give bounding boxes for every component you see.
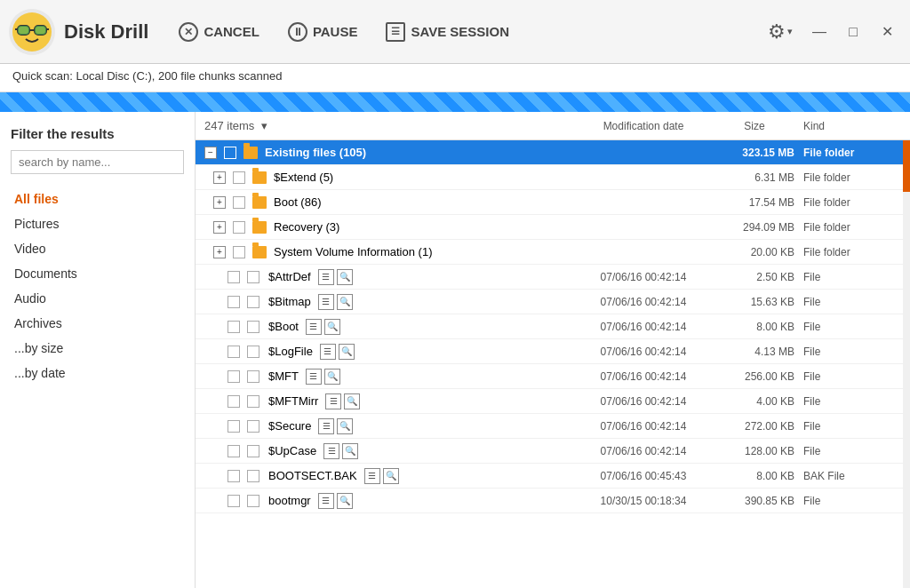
table-row[interactable]: $Bitmap ☰ 🔍 07/06/16 00:42:14 15.63 KB F… [196, 290, 910, 314]
expand-button[interactable]: + [213, 171, 226, 184]
row-kind: File [803, 445, 901, 457]
preview-icon[interactable]: ☰ [320, 344, 336, 360]
table-row[interactable]: $MFT ☰ 🔍 07/06/16 00:42:14 256.00 KB Fil… [196, 364, 910, 389]
sidebar-item-by-date[interactable]: ...by date [11, 361, 184, 385]
search-icon[interactable]: 🔍 [342, 443, 358, 459]
row-checkbox2[interactable] [247, 346, 259, 358]
sidebar-item-pictures[interactable]: Pictures [11, 211, 184, 236]
search-icon[interactable]: 🔍 [344, 393, 360, 409]
action-icons: ☰ 🔍 [318, 294, 353, 310]
row-checkbox2[interactable] [247, 395, 259, 408]
table-row[interactable]: BOOTSECT.BAK ☰ 🔍 07/06/16 00:45:43 8.00 … [196, 464, 910, 489]
search-icon[interactable]: 🔍 [383, 468, 399, 484]
search-icon[interactable]: 🔍 [337, 269, 353, 285]
table-row[interactable]: $Boot ☰ 🔍 07/06/16 00:42:14 8.00 KB File [196, 314, 910, 339]
search-icon[interactable]: 🔍 [324, 369, 340, 385]
row-checkbox2[interactable] [247, 370, 259, 383]
row-checkbox2[interactable] [247, 470, 259, 482]
preview-icon[interactable]: ☰ [364, 468, 380, 484]
save-session-button[interactable]: ☰ SAVE SESSION [373, 17, 522, 47]
restore-button[interactable]: □ [839, 20, 867, 44]
table-row[interactable]: + Recovery (3) 294.09 MB File folder [196, 215, 910, 240]
search-icon[interactable]: 🔍 [337, 418, 353, 434]
cancel-button[interactable]: ✕ CANCEL [166, 17, 272, 47]
table-row[interactable]: $UpCase ☰ 🔍 07/06/16 00:42:14 128.00 KB … [196, 439, 910, 464]
row-checkbox[interactable] [233, 171, 245, 184]
scrollbar-thumb[interactable] [903, 139, 910, 192]
table-row[interactable]: bootmgr ☰ 🔍 10/30/15 00:18:34 390.85 KB … [196, 489, 910, 513]
row-checkbox[interactable] [224, 147, 236, 159]
preview-icon[interactable]: ☰ [306, 319, 322, 335]
row-size: 20.00 KB [714, 246, 803, 258]
table-row[interactable]: − Existing files (105) 323.15 MB File fo… [196, 140, 910, 165]
scrollbar[interactable] [903, 112, 910, 588]
header-size: Size [714, 120, 803, 132]
sidebar-item-by-size[interactable]: ...by size [11, 336, 184, 361]
action-icons: ☰ 🔍 [306, 319, 340, 335]
row-name-col: BOOTSECT.BAK ☰ 🔍 [228, 468, 572, 484]
row-checkbox[interactable] [228, 420, 240, 433]
row-checkbox[interactable] [233, 221, 245, 234]
row-checkbox[interactable] [228, 395, 240, 408]
table-row[interactable]: + System Volume Information (1) 20.00 KB… [196, 240, 910, 265]
sidebar-item-audio[interactable]: Audio [11, 286, 184, 311]
preview-icon[interactable]: ☰ [318, 493, 334, 509]
preview-icon[interactable]: ☰ [318, 269, 334, 285]
search-input[interactable] [11, 150, 184, 174]
sidebar-item-archives[interactable]: Archives [11, 311, 184, 336]
expand-button[interactable]: + [213, 196, 226, 209]
table-row[interactable]: $Secure ☰ 🔍 07/06/16 00:42:14 272.00 KB … [196, 414, 910, 439]
row-checkbox2[interactable] [247, 271, 259, 283]
search-icon[interactable]: 🔍 [324, 319, 340, 335]
search-icon[interactable]: 🔍 [337, 294, 353, 310]
sidebar-item-video[interactable]: Video [11, 236, 184, 261]
folder-icon [252, 171, 267, 184]
expand-button[interactable]: − [204, 147, 217, 159]
row-checkbox2[interactable] [247, 296, 259, 308]
row-checkbox2[interactable] [247, 321, 259, 333]
row-checkbox2[interactable] [247, 495, 259, 507]
row-checkbox[interactable] [228, 271, 240, 283]
table-row[interactable]: + $Extend (5) 6.31 MB File folder [196, 165, 910, 190]
row-checkbox[interactable] [228, 445, 240, 457]
search-icon[interactable]: 🔍 [339, 344, 355, 360]
row-name-col: − Existing files (105) [204, 146, 572, 159]
row-filename: $Boot [268, 320, 299, 333]
row-kind: File [803, 271, 901, 283]
row-checkbox[interactable] [228, 296, 240, 308]
row-checkbox[interactable] [228, 495, 240, 507]
row-checkbox2[interactable] [247, 445, 259, 457]
close-button[interactable]: ✕ [873, 20, 901, 44]
row-checkbox[interactable] [228, 370, 240, 383]
preview-icon[interactable]: ☰ [325, 393, 341, 409]
expand-button[interactable]: + [213, 246, 226, 258]
table-row[interactable]: + Boot (86) 17.54 MB File folder [196, 190, 910, 215]
row-kind: File [803, 346, 901, 358]
preview-icon[interactable]: ☰ [323, 443, 339, 459]
minimize-button[interactable]: — [805, 20, 834, 44]
preview-icon[interactable]: ☰ [306, 369, 322, 385]
row-checkbox2[interactable] [247, 420, 259, 433]
preview-icon[interactable]: ☰ [318, 418, 334, 434]
file-area: 247 items ▾ Modification date Size Kind … [196, 112, 910, 588]
row-checkbox[interactable] [228, 346, 240, 358]
row-filename: $Extend (5) [274, 171, 333, 184]
settings-button[interactable]: ⚙ ▾ [761, 17, 800, 47]
row-checkbox[interactable] [228, 470, 240, 482]
status-text: Quick scan: Local Disc (C:), 200 file ch… [12, 69, 282, 83]
preview-icon[interactable]: ☰ [318, 294, 334, 310]
sidebar-item-all-files[interactable]: All files [11, 187, 184, 211]
row-name-col: + Recovery (3) [213, 220, 572, 234]
row-filename: System Volume Information (1) [274, 245, 432, 258]
search-icon[interactable]: 🔍 [337, 493, 353, 509]
table-row[interactable]: $LogFile ☰ 🔍 07/06/16 00:42:14 4.13 MB F… [196, 339, 910, 364]
pause-button[interactable]: ⏸ PAUSE [275, 17, 371, 47]
sidebar-item-documents[interactable]: Documents [11, 261, 184, 286]
expand-button[interactable]: + [213, 221, 226, 234]
table-row[interactable]: $AttrDef ☰ 🔍 07/06/16 00:42:14 2.50 KB F… [196, 265, 910, 290]
row-checkbox[interactable] [233, 196, 245, 209]
row-checkbox[interactable] [233, 246, 245, 258]
row-name-col: $UpCase ☰ 🔍 [228, 443, 572, 459]
row-checkbox[interactable] [228, 321, 240, 333]
table-row[interactable]: $MFTMirr ☰ 🔍 07/06/16 00:42:14 4.00 KB F… [196, 389, 910, 414]
